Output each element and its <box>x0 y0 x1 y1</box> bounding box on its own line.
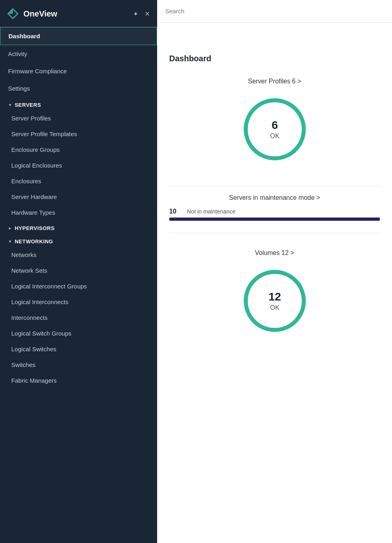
sidebar-item-label: Hardware Types <box>11 209 55 216</box>
hypervisors-section-label: HYPERVISORS <box>15 225 54 231</box>
sidebar-item-label: Enclosures <box>11 178 41 184</box>
sidebar-item-enclosure-groups[interactable]: Enclosure Groups <box>0 142 157 158</box>
sidebar-item-label: Logical Switches <box>11 346 56 352</box>
servers-section-label: SERVERS <box>15 102 41 108</box>
sidebar-item-label: Logical Interconnect Groups <box>11 283 87 290</box>
sidebar-item-dashboard[interactable]: Dashboard <box>0 27 157 45</box>
server-profiles-label[interactable]: Server Profiles 6 > <box>169 78 380 85</box>
sidebar-item-logical-interconnects[interactable]: Logical Interconnects <box>0 294 157 310</box>
sidebar-item-logical-switch-groups[interactable]: Logical Switch Groups <box>0 325 157 341</box>
sidebar-item-logical-switches[interactable]: Logical Switches <box>0 341 157 357</box>
server-profiles-status: OK <box>270 133 279 139</box>
sidebar-item-hardware-types[interactable]: Hardware Types <box>0 205 157 220</box>
servers-arrow-icon: ▼ <box>8 103 12 107</box>
sidebar-item-label: Dashboard <box>8 33 40 39</box>
nav-list: Dashboard Activity Firmware Compliance S… <box>0 27 157 543</box>
sidebar-item-label: Logical Enclosures <box>11 162 62 169</box>
svg-text:OK: OK <box>270 304 279 311</box>
svg-text:12: 12 <box>268 290 281 303</box>
sidebar-section-servers[interactable]: ▼ SERVERS <box>0 97 157 110</box>
search-input[interactable] <box>165 8 384 15</box>
sidebar-item-interconnects[interactable]: Interconnects <box>0 310 157 325</box>
main-content: Dashboard Server Profiles 6 > 6 OK Serve… <box>157 45 392 543</box>
sidebar-item-label: Activity <box>8 50 27 57</box>
sidebar-item-label: Firmware Compliance <box>8 68 67 75</box>
maintenance-section: Servers in maintenance mode > 10 Not in … <box>157 186 392 233</box>
page-header: Dashboard <box>157 45 392 70</box>
volumes-count: 12 <box>268 290 281 303</box>
sidebar-item-settings[interactable]: Settings <box>0 80 157 97</box>
server-profiles-donut: 6 OK <box>239 93 311 166</box>
sidebar-item-label: Logical Switch Groups <box>11 330 71 337</box>
volumes-donut: 12 OK <box>239 265 311 337</box>
maintenance-desc: Not in maintenance <box>187 208 236 215</box>
maintenance-bar-track <box>169 218 380 221</box>
sidebar-item-server-profiles[interactable]: Server Profiles <box>0 110 157 126</box>
hypervisors-arrow-icon: ► <box>8 226 12 230</box>
volumes-status: OK <box>270 304 279 311</box>
sidebar: OneView ✦ ✕ Dashboard Activity Firmware … <box>0 0 157 543</box>
sidebar-section-networking[interactable]: ▼ NETWORKING <box>0 234 157 247</box>
sidebar-item-label: Networks <box>11 251 37 258</box>
search-bar <box>157 0 392 23</box>
close-button[interactable]: ✕ <box>144 9 151 19</box>
page-title: Dashboard <box>169 54 380 63</box>
sidebar-item-server-hardware[interactable]: Server Hardware <box>0 189 157 205</box>
maintenance-count: 10 <box>169 208 180 215</box>
sidebar-item-label: Enclosure Groups <box>11 146 60 153</box>
svg-text:6: 6 <box>272 119 278 131</box>
maintenance-bar-fill <box>169 218 380 221</box>
svg-text:OK: OK <box>270 133 279 139</box>
sidebar-item-label: Server Hardware <box>11 193 57 200</box>
sidebar-item-label: Server Profiles <box>11 115 51 122</box>
volumes-section: Volumes 12 > 12 OK <box>157 241 392 357</box>
server-profiles-donut-svg: 6 OK <box>239 93 311 166</box>
pin-button[interactable]: ✦ <box>132 9 139 19</box>
divider-2 <box>169 233 380 233</box>
server-profiles-count: 6 <box>272 119 278 131</box>
header-actions: ✦ ✕ <box>132 9 151 19</box>
volumes-label[interactable]: Volumes 12 > <box>169 249 380 257</box>
sidebar-item-label: Interconnects <box>11 314 48 321</box>
server-profiles-section: Server Profiles 6 > 6 OK <box>157 70 392 186</box>
sidebar-item-label: Fabric Managers <box>11 377 57 384</box>
networking-section-label: NETWORKING <box>15 238 53 245</box>
sidebar-item-label: Logical Interconnects <box>11 298 68 305</box>
close-icon: ✕ <box>145 10 150 17</box>
sidebar-header: OneView ✦ ✕ <box>0 0 157 27</box>
networking-arrow-icon: ▼ <box>8 239 12 244</box>
sidebar-item-server-profile-templates[interactable]: Server Profile Templates <box>0 126 157 142</box>
app-title: OneView <box>23 9 128 19</box>
volumes-donut-svg: 12 OK <box>239 265 311 337</box>
sidebar-item-activity[interactable]: Activity <box>0 45 157 62</box>
sidebar-item-label: Settings <box>8 85 30 92</box>
sidebar-section-hypervisors[interactable]: ► HYPERVISORS <box>0 220 157 234</box>
maintenance-label[interactable]: Servers in maintenance mode > <box>169 194 380 201</box>
sidebar-item-logical-enclosures[interactable]: Logical Enclosures <box>0 158 157 173</box>
sidebar-item-label: Server Profile Templates <box>11 131 77 137</box>
sidebar-item-networks[interactable]: Networks <box>0 247 157 263</box>
sidebar-item-firmware-compliance[interactable]: Firmware Compliance <box>0 62 157 80</box>
oneview-logo-icon <box>6 7 19 20</box>
sidebar-item-switches[interactable]: Switches <box>0 357 157 373</box>
sidebar-item-label: Network Sets <box>11 267 47 274</box>
maintenance-bar-row: 10 Not in maintenance <box>169 208 380 215</box>
sidebar-item-fabric-managers[interactable]: Fabric Managers <box>0 373 157 388</box>
sidebar-item-enclosures[interactable]: Enclosures <box>0 173 157 189</box>
pin-icon: ✦ <box>133 10 138 17</box>
sidebar-item-label: Switches <box>11 361 35 368</box>
sidebar-item-logical-interconnect-groups[interactable]: Logical Interconnect Groups <box>0 278 157 294</box>
sidebar-item-network-sets[interactable]: Network Sets <box>0 263 157 278</box>
